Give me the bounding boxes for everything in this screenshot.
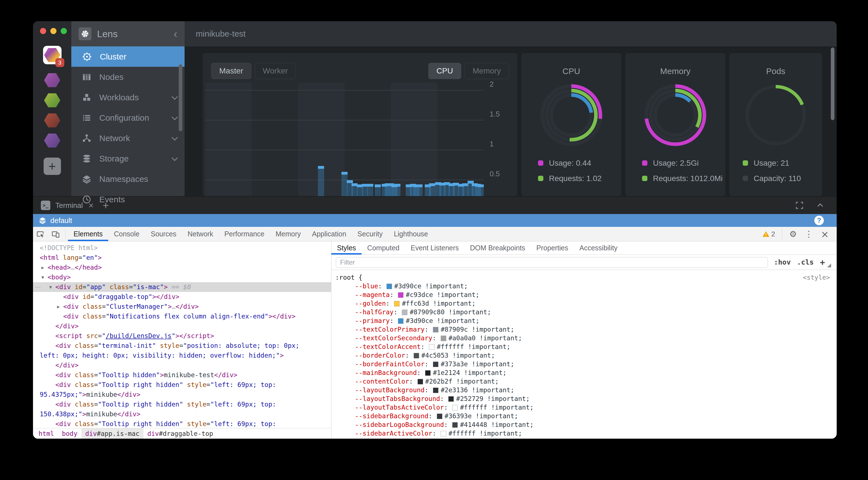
- elements-tree-row[interactable]: <script src="/build/LensDev.js"></script…: [33, 331, 331, 341]
- devtools-tab[interactable]: Lighthouse: [388, 227, 433, 241]
- cpu-tab[interactable]: CPU: [428, 63, 461, 79]
- color-swatch[interactable]: [413, 353, 419, 358]
- styles-tab[interactable]: Properties: [531, 241, 574, 254]
- sidebar-item-configuration[interactable]: Configuration: [71, 108, 185, 128]
- styles-tab[interactable]: Styles: [331, 241, 362, 254]
- color-swatch[interactable]: [433, 362, 438, 367]
- chevron-up-icon[interactable]: [816, 201, 825, 210]
- elements-tree-row[interactable]: </div>: [33, 361, 331, 370]
- css-property-value[interactable]: #a0a0a0 !important;: [448, 334, 522, 343]
- sidebar-item-cluster[interactable]: Cluster: [71, 46, 185, 67]
- css-property-value[interactable]: #3d90ce !important;: [394, 282, 468, 290]
- color-swatch[interactable]: [433, 387, 438, 393]
- css-property-name[interactable]: --mainBackground: [355, 369, 417, 377]
- collapsed-arrow-icon[interactable]: ▸: [57, 302, 60, 311]
- elements-tree-row[interactable]: ▾<body>: [33, 272, 331, 282]
- css-property-value[interactable]: #87909c !important;: [441, 325, 514, 334]
- css-property-name[interactable]: --textColorPrimary: [355, 325, 425, 334]
- sidebar-collapse-button[interactable]: ‹: [174, 28, 177, 39]
- css-property-value[interactable]: #c93dce !important;: [406, 290, 479, 299]
- css-property-row[interactable]: --sidebarActiveColor: #ffffff !important…: [335, 429, 830, 438]
- minimize-window-button[interactable]: [50, 28, 57, 34]
- color-swatch[interactable]: [448, 396, 454, 402]
- close-devtools-icon[interactable]: ×: [818, 229, 832, 240]
- css-property-row[interactable]: --textColorSecondary: #a0a0a0 !important…: [335, 334, 830, 343]
- styles-filter-input[interactable]: [336, 257, 768, 268]
- css-property-value[interactable]: #262b2f !important;: [425, 377, 499, 386]
- cluster-tile[interactable]: [44, 93, 60, 107]
- expanded-arrow-icon[interactable]: ▾: [49, 282, 52, 292]
- breadcrumb-item[interactable]: div#draggable-top: [144, 428, 217, 439]
- css-property-value[interactable]: #36393e !important;: [445, 412, 518, 420]
- color-swatch[interactable]: [398, 292, 404, 298]
- devtools-tab[interactable]: Performance: [219, 227, 270, 241]
- css-property-row[interactable]: --layoutTabsBackground: #252729 !importa…: [335, 395, 830, 403]
- css-property-name[interactable]: --blue: [355, 282, 378, 290]
- sidebar-item-storage[interactable]: Storage: [71, 148, 185, 169]
- css-property-name[interactable]: --sidebarBackground: [355, 412, 428, 420]
- color-swatch[interactable]: [402, 310, 407, 315]
- sidebar-item-nodes[interactable]: Nodes: [71, 67, 185, 87]
- color-swatch[interactable]: [394, 301, 400, 307]
- css-property-value[interactable]: #87909c80 !important;: [410, 308, 491, 316]
- css-property-row[interactable]: --primary: #3d90ce !important;: [335, 316, 830, 325]
- elements-tree-row[interactable]: <!DOCTYPE html>: [33, 243, 331, 253]
- css-property-value[interactable]: #2e3136 !important;: [441, 386, 514, 395]
- elements-tree-row[interactable]: <div class="Tooltip right hidden" style=…: [33, 380, 331, 390]
- css-property-row[interactable]: --halfGray: #87909c80 !important;: [335, 308, 830, 316]
- css-property-name[interactable]: --primary: [355, 316, 390, 325]
- elements-tree-row[interactable]: <div class="Tooltip right hidden" style=…: [33, 419, 331, 428]
- elements-tree-row[interactable]: 150.438px;">minikube</div>: [33, 409, 331, 419]
- devtools-tab[interactable]: Network: [182, 227, 219, 241]
- color-swatch[interactable]: [452, 405, 458, 410]
- styles-tab[interactable]: Computed: [362, 241, 405, 254]
- toggle-hover-state-button[interactable]: :hov: [774, 258, 791, 266]
- css-property-row[interactable]: --contentColor: #262b2f !important;: [335, 377, 830, 386]
- css-property-name[interactable]: --borderColor: [355, 351, 405, 360]
- elements-tree-row[interactable]: left: 0px; height: 0px; visibility: hidd…: [33, 351, 331, 361]
- fullscreen-icon[interactable]: [795, 201, 804, 210]
- css-property-name[interactable]: --layoutTabsActiveColor: [355, 403, 444, 412]
- css-property-name[interactable]: --textColorAccent: [355, 343, 421, 351]
- css-property-name[interactable]: --sidebarLogoBackground: [355, 420, 444, 429]
- cluster-tile[interactable]: [44, 113, 60, 127]
- settings-gear-icon[interactable]: ⚙: [786, 229, 800, 239]
- css-property-value[interactable]: #ffc63d !important;: [402, 299, 475, 308]
- css-property-value[interactable]: #ffffff !important;: [460, 403, 533, 412]
- css-property-name[interactable]: --layoutTabsBackground: [355, 395, 440, 403]
- css-property-value[interactable]: #ffffff !important;: [448, 429, 522, 438]
- devtools-tab[interactable]: Console: [108, 227, 145, 241]
- cluster-tile-active[interactable]: 3: [43, 46, 62, 64]
- sidebar-item-namespaces[interactable]: Namespaces: [71, 169, 185, 189]
- elements-tree-row[interactable]: 95.4375px;">minikube</div>: [33, 390, 331, 400]
- color-swatch[interactable]: [441, 431, 446, 437]
- master-tab[interactable]: Master: [211, 63, 251, 79]
- color-swatch[interactable]: [425, 370, 431, 376]
- cluster-tile[interactable]: [44, 134, 60, 147]
- css-property-row[interactable]: --layoutBackground: #2e3136 !important;: [335, 386, 830, 395]
- css-property-row[interactable]: --magenta: #c93dce !important;: [335, 290, 830, 299]
- css-property-value[interactable]: #4c5053 !important;: [422, 351, 495, 360]
- worker-tab[interactable]: Worker: [255, 63, 296, 79]
- color-swatch[interactable]: [398, 318, 404, 324]
- warnings-counter[interactable]: 2: [760, 230, 777, 238]
- inspect-element-icon[interactable]: [33, 230, 48, 238]
- elements-tree-row[interactable]: <div class="Tooltip right hidden" style=…: [33, 400, 331, 409]
- devtools-tab[interactable]: Security: [352, 227, 388, 241]
- css-property-row[interactable]: --sidebarLogoBackground: #414448 !import…: [335, 420, 830, 429]
- css-property-name[interactable]: --halfGray: [355, 308, 394, 316]
- sidebar-scrollbar[interactable]: [179, 64, 182, 131]
- help-button[interactable]: ?: [814, 216, 824, 225]
- devtools-tab[interactable]: Memory: [270, 227, 306, 241]
- css-property-name[interactable]: --textColorSecondary: [355, 334, 432, 343]
- styles-tab[interactable]: Event Listeners: [405, 241, 464, 254]
- css-property-name[interactable]: --golden: [355, 299, 386, 308]
- breadcrumb-item[interactable]: div#app.is-mac: [82, 428, 144, 439]
- css-property-row[interactable]: --borderColor: #4c5053 !important;: [335, 351, 830, 360]
- css-property-value[interactable]: #ffffff !important;: [437, 343, 510, 351]
- color-swatch[interactable]: [433, 327, 438, 333]
- zoom-window-button[interactable]: [61, 28, 67, 34]
- css-property-value[interactable]: #414448 !important;: [460, 420, 533, 429]
- device-toolbar-icon[interactable]: [48, 230, 63, 238]
- css-property-name[interactable]: --magenta: [355, 290, 390, 299]
